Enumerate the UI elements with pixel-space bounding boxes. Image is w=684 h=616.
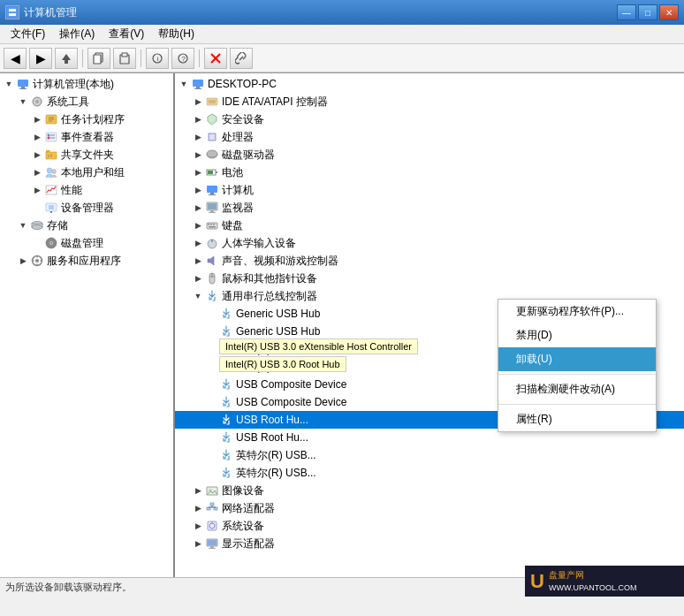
svg-rect-22	[46, 133, 57, 141]
right-item-monitor[interactable]: ▶ 监视器	[175, 199, 684, 217]
perf-icon	[44, 183, 58, 197]
expand-processor[interactable]: ▶	[191, 130, 205, 144]
expand-hid[interactable]: ▶	[191, 236, 205, 250]
right-item-sound[interactable]: ▶ 声音、视频和游戏控制器	[175, 252, 684, 270]
right-item-system-dev[interactable]: ▶ 系统设备	[175, 517, 684, 535]
ctx-properties[interactable]: 属性(R)	[498, 407, 656, 431]
minimize-button[interactable]: —	[617, 4, 636, 20]
perf-label: 性能	[61, 181, 82, 199]
expand-sound[interactable]: ▶	[191, 254, 205, 268]
expand-battery[interactable]: ▶	[191, 165, 205, 179]
menu-file[interactable]: 文件(F)	[4, 25, 52, 43]
event-icon	[44, 130, 58, 144]
svg-rect-0	[7, 7, 18, 18]
expand-ide[interactable]: ▶	[191, 95, 205, 109]
help-button[interactable]: ?	[171, 48, 194, 69]
expand-root2	[205, 430, 219, 445]
expand-security[interactable]: ▶	[191, 112, 205, 126]
tree-device-manager[interactable]: 设备管理器	[0, 199, 173, 217]
tree-disk-mgmt[interactable]: 磁盘管理	[0, 234, 173, 252]
maximize-button[interactable]: □	[638, 4, 657, 20]
expand-shared[interactable]: ▶	[30, 148, 44, 162]
right-item-battery[interactable]: ▶ 电池	[175, 164, 684, 181]
disk-label: 磁盘管理	[61, 234, 103, 252]
tree-system-tools[interactable]: ▼ 系统工具	[0, 93, 173, 110]
expand-intel2	[205, 360, 219, 374]
forward-button[interactable]: ▶	[29, 48, 52, 69]
paste-button[interactable]	[113, 48, 136, 69]
svg-rect-34	[50, 211, 52, 213]
battery-icon	[205, 165, 219, 179]
left-pane[interactable]: ▼ 计算机管理(本地) ▼ 系统工具 ▶ 任务计划程序 ▶	[0, 73, 175, 577]
expand-services[interactable]: ▶	[16, 254, 30, 268]
expand-storage[interactable]: ▼	[16, 218, 30, 232]
right-item-mouse[interactable]: ▶ 鼠标和其他指针设备	[175, 270, 684, 287]
ctx-update-driver[interactable]: 更新驱动程序软件(P)...	[498, 300, 656, 323]
right-item-image[interactable]: ▶ 图像设备	[175, 482, 684, 499]
expand-perf[interactable]: ▶	[30, 183, 44, 197]
menu-view[interactable]: 查看(V)	[102, 25, 151, 43]
ide-icon	[205, 95, 219, 109]
expand-system[interactable]: ▼	[16, 95, 30, 109]
right-item-disk[interactable]: ▶ 磁盘驱动器	[175, 146, 684, 164]
expand-keyboard[interactable]: ▶	[191, 218, 205, 232]
expand-system-dev[interactable]: ▶	[191, 519, 205, 533]
expand-network[interactable]: ▶	[191, 501, 205, 515]
right-pane[interactable]: ▼ DESKTOP-PC ▶ IDE ATA/ATAPI 控制器 ▶ 安全设备 …	[175, 73, 684, 577]
right-root[interactable]: ▼ DESKTOP-PC	[175, 75, 684, 93]
tree-task-scheduler[interactable]: ▶ 任务计划程序	[0, 110, 173, 128]
expand-display[interactable]: ▶	[191, 536, 205, 551]
expand-disk2[interactable]: ▶	[191, 148, 205, 162]
ctx-sep2	[498, 404, 656, 405]
ctx-disable[interactable]: 禁用(D)	[498, 323, 656, 347]
tree-local-users[interactable]: ▶ 本地用户和组	[0, 164, 173, 181]
ctx-uninstall[interactable]: 卸载(U)	[498, 347, 656, 371]
right-item-processor[interactable]: ▶ 处理器	[175, 128, 684, 146]
tree-shared-folders[interactable]: ▶ 共享文件夹	[0, 146, 173, 164]
expand-image[interactable]: ▶	[191, 483, 205, 498]
copy-button[interactable]	[87, 48, 110, 69]
back-button[interactable]: ◀	[4, 48, 27, 69]
close-button[interactable]: ✕	[659, 4, 679, 20]
right-item-keyboard[interactable]: ▶ 键盘	[175, 217, 684, 234]
menu-action[interactable]: 操作(A)	[52, 25, 102, 43]
tree-services[interactable]: ▶ 服务和应用程序	[0, 252, 173, 270]
properties-button[interactable]: i	[146, 48, 169, 69]
right-item-hid[interactable]: ▶ 人体学输入设备	[175, 234, 684, 252]
expand-tasks[interactable]: ▶	[30, 112, 44, 126]
expand-monitor[interactable]: ▶	[191, 201, 205, 215]
right-item-intel-usb1[interactable]: 英特尔(R) USB...	[175, 446, 684, 464]
usb-ctrl-label: 通用串行总线控制器	[222, 287, 317, 305]
monitor-label: 监视器	[222, 199, 254, 217]
tree-performance[interactable]: ▶ 性能	[0, 181, 173, 199]
right-item-computer[interactable]: ▶ 计算机	[175, 181, 684, 199]
svg-point-40	[50, 242, 52, 244]
link-button[interactable]	[230, 48, 253, 69]
svg-rect-68	[208, 224, 209, 225]
expand-users[interactable]: ▶	[30, 165, 44, 179]
expand-right-root[interactable]: ▼	[177, 77, 191, 91]
tree-event-viewer[interactable]: ▶ 事件查看器	[0, 128, 173, 146]
svg-rect-54	[209, 134, 215, 140]
expand-usb-ctrl[interactable]: ▼	[191, 289, 205, 303]
right-item-display[interactable]: ▶ 显示适配器	[175, 535, 684, 552]
expand-mouse[interactable]: ▶	[191, 271, 205, 285]
right-item-security[interactable]: ▶ 安全设备	[175, 110, 684, 128]
svg-rect-62	[209, 194, 216, 195]
svg-rect-58	[216, 171, 217, 173]
right-item-intel-usb2[interactable]: 英特尔(R) USB...	[175, 464, 684, 482]
svg-rect-14	[21, 87, 25, 88]
tree-storage[interactable]: ▼ 存储	[0, 217, 173, 234]
tree-root[interactable]: ▼ 计算机管理(本地)	[0, 75, 173, 93]
right-item-network[interactable]: ▶ 网络适配器	[175, 499, 684, 517]
delete-button[interactable]	[204, 48, 227, 69]
menu-help[interactable]: 帮助(H)	[151, 25, 201, 43]
expand-event[interactable]: ▶	[30, 130, 44, 144]
svg-rect-4	[94, 55, 101, 64]
ctx-scan[interactable]: 扫描检测硬件改动(A)	[498, 377, 656, 401]
expand-computer[interactable]: ▶	[191, 183, 205, 197]
up-button[interactable]	[55, 48, 78, 69]
right-item-ide[interactable]: ▶ IDE ATA/ATAPI 控制器	[175, 93, 684, 110]
expand-root[interactable]: ▼	[2, 77, 16, 91]
root1-icon	[219, 413, 233, 427]
